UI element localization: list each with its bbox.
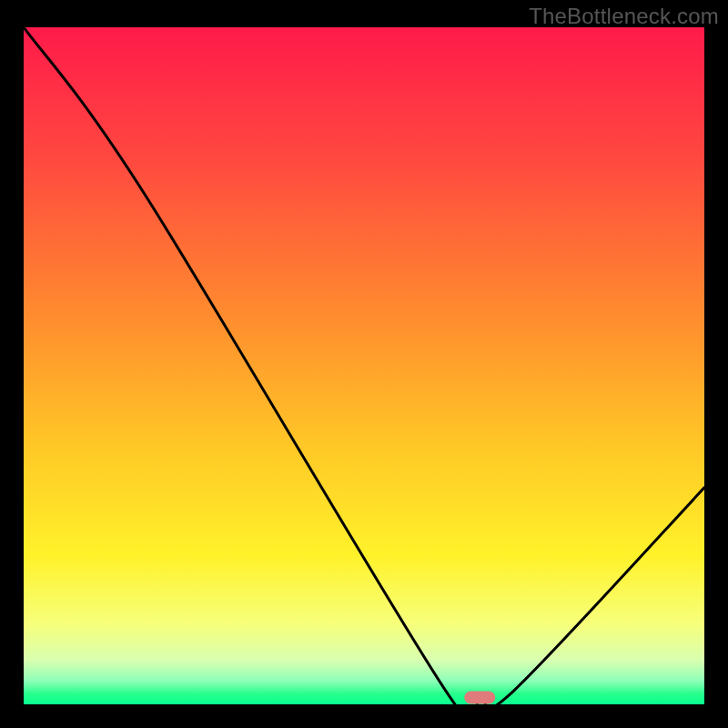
chart-plot (24, 27, 704, 704)
chart-marker (464, 692, 495, 704)
watermark-text: TheBottleneck.com (529, 4, 719, 29)
chart-background (24, 27, 704, 704)
chart-svg (24, 27, 704, 704)
